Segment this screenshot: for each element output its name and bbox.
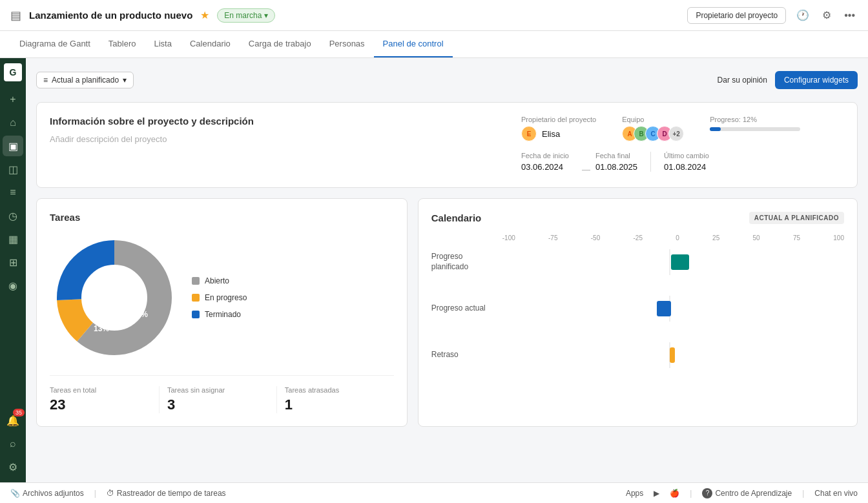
legend-label-terminado: Terminado <box>205 310 241 319</box>
tab-carga[interactable]: Carga de trabajo <box>240 31 320 57</box>
svg-point-3 <box>82 265 147 330</box>
sidebar-item-clock[interactable]: ◷ <box>3 205 23 226</box>
team-avatars: A B C D +2 <box>622 126 684 141</box>
notification-badge: 35 <box>13 409 25 416</box>
filter-right: Dar su opinión Configurar widgets <box>718 71 858 89</box>
start-date-value: 03.06.2024 <box>521 162 569 172</box>
last-change-label: Último cambio <box>664 152 709 159</box>
tab-tablero[interactable]: Tablero <box>99 31 145 57</box>
legend-label-progreso: En progreso <box>205 293 247 302</box>
statusbar-divider-1: | <box>94 489 96 498</box>
filter-button[interactable]: ≡ Actual a planificado ▾ <box>36 72 134 88</box>
filter-left: ≡ Actual a planificado ▾ <box>36 72 134 88</box>
topbar: ▤ Lanzamiento de un producto nuevo ★ En … <box>0 0 868 31</box>
legend-abierto: Abierto <box>192 276 247 285</box>
play-icon: ▶ <box>654 489 659 498</box>
legend-progreso: En progreso <box>192 293 247 302</box>
tab-calendario[interactable]: Calendario <box>181 31 240 57</box>
legend-dot-progreso <box>192 294 200 302</box>
tasks-stats: Tareas en total 23 Tareas sin asignar 3 … <box>50 375 394 413</box>
end-date-value: 01.08.2025 <box>595 162 637 172</box>
sidebar-logo[interactable]: G <box>4 63 22 81</box>
legend-dot-abierto <box>192 277 200 285</box>
apple-icon: 🍎 <box>670 489 679 498</box>
time-tracker-item[interactable]: ⏱ Rastreador de tiempo de tareas <box>107 489 226 498</box>
settings-button[interactable]: ⚙ <box>820 6 834 24</box>
last-change-value: 01.08.2024 <box>664 162 709 172</box>
tab-gantt[interactable]: Diagrama de Gantt <box>10 31 99 57</box>
history-button[interactable]: 🕐 <box>794 6 812 24</box>
bar-area-actual <box>496 296 844 322</box>
attachment-label: Archivos adjuntos <box>23 489 84 498</box>
stat-unassigned-value: 3 <box>167 396 269 413</box>
owner-label: Propietario del proyecto <box>521 116 596 123</box>
bar-row-actual: Progreso actual <box>431 296 844 322</box>
end-date-label: Fecha final <box>595 152 637 159</box>
sidebar-item-apps[interactable]: ⊞ <box>3 252 23 272</box>
live-chat-item[interactable]: Chat en vivo <box>814 489 858 498</box>
project-info-right: Propietario del proyecto E Elisa Equipo … <box>521 116 844 174</box>
tab-lista[interactable]: Lista <box>145 31 180 57</box>
sidebar-item-home[interactable]: ⌂ <box>3 112 23 133</box>
stat-total-value: 23 <box>50 396 151 413</box>
give-opinion-button[interactable]: Dar su opinión <box>718 76 767 85</box>
bar-label-delay: Retraso <box>431 350 496 360</box>
owner-name: Elisa <box>542 129 560 139</box>
svg-text:26%: 26% <box>127 279 143 288</box>
sidebar-item-chat[interactable]: ◉ <box>3 275 23 296</box>
bar-row-planned: Progreso planificado <box>431 249 844 275</box>
date-dash: — <box>582 152 595 174</box>
sidebar-item-chart[interactable]: ▦ <box>3 229 23 249</box>
stat-overdue-label: Tareas atrasadas <box>285 386 386 394</box>
sidebar-item-add[interactable]: + <box>3 89 23 110</box>
sidebar-item-briefcase[interactable]: ◫ <box>3 159 23 180</box>
sidebar-item-settings[interactable]: ⚙ <box>3 457 23 477</box>
more-button[interactable]: ••• <box>842 7 858 24</box>
bar-segment-actual <box>657 301 671 316</box>
attachments-item[interactable]: 📎 Archivos adjuntos <box>10 489 84 498</box>
last-change-field: Último cambio 01.08.2024 <box>650 152 722 172</box>
start-date-label: Fecha de inicio <box>521 152 569 159</box>
calendar-card: Calendario ACTUAL A PLANIFICADO -100 -75… <box>418 198 858 427</box>
owner-row: Propietario del proyecto E Elisa <box>521 116 596 141</box>
calendar-header: Calendario ACTUAL A PLANIFICADO <box>431 212 844 224</box>
sidebar-item-folder[interactable]: ▣ <box>3 136 23 156</box>
svg-text:61%: 61% <box>132 310 148 319</box>
time-label: Rastreador de tiempo de tareas <box>117 489 226 498</box>
configure-widgets-button[interactable]: Configurar widgets <box>775 71 858 89</box>
team-label: Equipo <box>622 116 684 123</box>
donut-chart: 26% 13% 61% <box>50 233 179 362</box>
filter-bar: ≡ Actual a planificado ▾ Dar su opinión … <box>36 68 858 92</box>
project-info-title: Información sobre el proyecto y descripc… <box>50 116 495 127</box>
legend-terminado: Terminado <box>192 310 247 319</box>
chart-legend: Abierto En progreso Terminado <box>192 276 247 319</box>
tab-personas[interactable]: Personas <box>320 31 374 57</box>
status-badge[interactable]: En marcha ▾ <box>217 8 275 23</box>
stat-total-label: Tareas en total <box>50 386 151 394</box>
apps-item[interactable]: Apps <box>626 489 643 498</box>
owner-avatar: E <box>521 126 537 141</box>
stat-overdue: Tareas atrasadas 1 <box>277 386 394 413</box>
team-extra-count: +2 <box>668 126 684 141</box>
bar-segment-delay <box>670 347 675 363</box>
filter-label: Actual a planificado <box>52 76 119 85</box>
progress-bar-bg <box>710 127 800 131</box>
star-icon[interactable]: ★ <box>200 9 209 21</box>
calendar-title: Calendario <box>431 212 482 223</box>
tasks-title: Tareas <box>50 212 394 223</box>
tab-panel[interactable]: Panel de control <box>374 31 453 57</box>
sidebar-item-list[interactable]: ≡ <box>3 182 23 203</box>
project-owner-button[interactable]: Propietario del proyecto <box>687 7 786 24</box>
learning-center-item[interactable]: ? Centro de Aprendizaje <box>702 488 792 498</box>
status-chevron: ▾ <box>264 11 268 20</box>
sidebar-item-notifications[interactable]: 🔔 35 <box>3 410 23 431</box>
sidebar: G + ⌂ ▣ ◫ ≡ ◷ ▦ ⊞ ◉ 🔔 35 ⌕ ⚙ <box>0 58 26 482</box>
project-desc-placeholder[interactable]: Añadir descripción del proyecto <box>50 134 495 144</box>
sidebar-item-search[interactable]: ⌕ <box>3 433 23 454</box>
statusbar: 📎 Archivos adjuntos | ⏱ Rastreador de ti… <box>0 482 868 503</box>
statusbar-divider-3: | <box>802 489 804 498</box>
chat-label: Chat en vivo <box>814 489 858 498</box>
end-date-field: Fecha final 01.08.2025 <box>595 152 650 172</box>
bar-row-delay: Retraso <box>431 342 844 368</box>
bar-chart-axis: -100 -75 -50 -25 0 25 50 75 100 <box>431 234 844 241</box>
